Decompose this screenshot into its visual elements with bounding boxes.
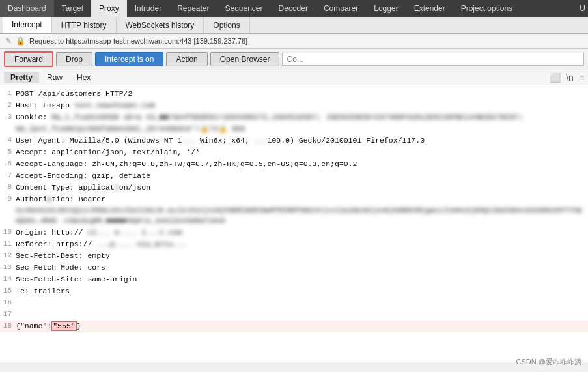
edit-icon: ✎ — [5, 36, 12, 46]
menu-target[interactable]: Target — [54, 0, 91, 17]
menu-extender[interactable]: Extender — [406, 0, 453, 17]
tab-websockets-history[interactable]: WebSockets history — [117, 17, 204, 33]
intercept-button[interactable]: Intercept is on — [95, 52, 163, 66]
table-row: 7 Accept-Encoding: gzip, deflate — [0, 170, 588, 182]
table-row: 5 Accept: application/json, text/plain, … — [0, 147, 588, 158]
action-button[interactable]: Action — [166, 52, 207, 66]
menu-project-options[interactable]: Project options — [453, 0, 520, 17]
menu-logger[interactable]: Logger — [366, 0, 406, 17]
table-row: 11 Referer: https:// ...p.... niu_m/cu..… — [0, 238, 588, 250]
tab-http-history[interactable]: HTTP history — [52, 17, 117, 33]
menu-comparer[interactable]: Comparer — [316, 0, 366, 17]
menu-decoder[interactable]: Decoder — [271, 0, 316, 17]
drop-button[interactable]: Drop — [56, 52, 92, 66]
table-row: 12 Sec-Fetch-Dest: empty — [0, 250, 588, 262]
open-browser-button[interactable]: Open Browser — [210, 52, 280, 66]
code-area[interactable]: 1 POST /api/customers HTTP/2 2 Host: tms… — [0, 85, 588, 362]
format-icons: ⬜ \n ≡ — [550, 72, 584, 83]
table-row: eyJ0eXAiOiJKV1QiLCJhbGciOiJIUzI1NiJ9.eyJ… — [0, 205, 588, 227]
table-row: 15 Te: trailers — [0, 285, 588, 297]
forward-button[interactable]: Forward — [4, 51, 53, 67]
menu-intruder[interactable]: Intruder — [127, 0, 169, 17]
table-row: 1 POST /api/customers HTTP/2 — [0, 88, 588, 100]
format-tab-raw[interactable]: Raw — [40, 72, 69, 83]
lock-icon: 🔒 — [16, 36, 25, 46]
tab-intercept[interactable]: Intercept — [3, 17, 52, 33]
menu-sequencer[interactable]: Sequencer — [217, 0, 271, 17]
menu-icon[interactable]: ≡ — [579, 72, 584, 83]
sub-tab-bar: Intercept HTTP history WebSockets histor… — [0, 17, 588, 34]
tab-options[interactable]: Options — [204, 17, 249, 33]
menu-dashboard[interactable]: Dashboard — [0, 0, 54, 17]
table-row: 13 Sec-Fetch-Mode: cors — [0, 262, 588, 274]
menu-repeater[interactable]: Repeater — [169, 0, 217, 17]
table-row: 10 Origin: http:// cl... e.... l...t.com — [0, 227, 588, 238]
format-tab-hex[interactable]: Hex — [70, 72, 97, 83]
format-tab-pretty[interactable]: Pretty — [4, 72, 39, 83]
menu-proxy[interactable]: Proxy — [91, 0, 127, 17]
table-row: 16 — [0, 297, 588, 309]
format-bar: Pretty Raw Hex ⬜ \n ≡ — [0, 70, 588, 85]
info-bar: ✎ 🔒 Request to https://tmsapp-test.newch… — [0, 34, 588, 49]
menu-u[interactable]: U — [572, 0, 588, 17]
table-row: 8 Content-Type: application/json — [0, 182, 588, 193]
menu-bar: Dashboard Target Proxy Intruder Repeater… — [0, 0, 588, 17]
comment-input[interactable] — [282, 53, 584, 66]
newline-icon[interactable]: \n — [566, 72, 574, 83]
word-wrap-icon[interactable]: ⬜ — [550, 72, 561, 83]
table-row: 18 {"name":"555"} — [0, 321, 588, 332]
table-row: 14 Sec-Fetch-Site: same-origin — [0, 274, 588, 285]
table-row: 17 — [0, 309, 588, 321]
table-row: 6 Accept-Language: zh-CN,zh;q=0.8,zh-TW;… — [0, 158, 588, 170]
table-row: 2 Host: tmsapp-test.newchiwan.com — [0, 100, 588, 111]
table-row: 4 User-Agent: Mozilla/5.0 (Windows NT 1.… — [0, 135, 588, 147]
request-info: Request to https://tmsapp-test.newchiwan… — [29, 37, 247, 45]
table-row: 3 Cookie: Ma_t_fca91#0588 ub=a #3_■■=%e4… — [0, 111, 588, 123]
table-row: 9 Authoriation: Bearer — [0, 193, 588, 205]
table-row: Hm_lpvt_fca90lpc589fab6#286(_25=4498ds9'… — [0, 123, 588, 135]
toolbar: Forward Drop Intercept is on Action Open… — [0, 49, 588, 70]
